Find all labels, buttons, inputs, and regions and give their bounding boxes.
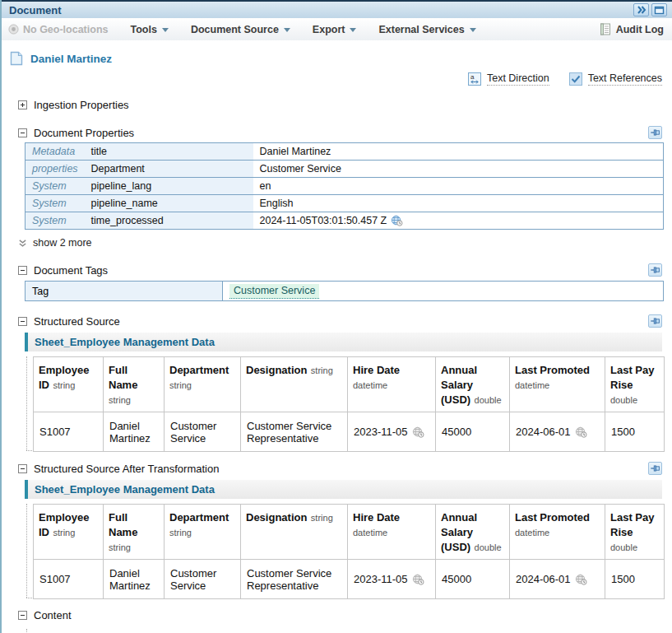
column-header: Hire Date datetime — [348, 505, 436, 560]
text-references-checkbox[interactable] — [569, 72, 582, 86]
property-value: Customer Service — [253, 161, 664, 178]
section-label: Structured Source — [34, 315, 120, 328]
section-label: Ingestion Properties — [34, 99, 129, 111]
menu-external-services[interactable]: External Services — [378, 24, 475, 35]
toolbar: No Geo-locations Tools Document Source E… — [2, 18, 672, 40]
menu-tools[interactable]: Tools — [130, 24, 168, 35]
property-key: title — [85, 143, 253, 161]
section-content: Content — [18, 609, 662, 621]
property-scope: properties — [25, 161, 85, 178]
maximize-panel-button[interactable] — [651, 3, 667, 16]
pin-section-button[interactable] — [648, 462, 662, 475]
collapse-icon[interactable] — [18, 128, 27, 137]
datetime-globe-icon — [575, 574, 587, 585]
pin-section-button[interactable] — [648, 126, 662, 139]
datetime-globe-icon — [412, 426, 424, 438]
column-header: Last Promoted datetime — [510, 357, 605, 412]
column-header: Department string — [165, 505, 241, 560]
column-header: Employee ID string — [34, 357, 104, 412]
sheet-cell: Customer Service — [165, 560, 241, 599]
sheet-table: Employee ID stringFull Name stringDepart… — [33, 504, 665, 599]
column-header: Hire Date datetime — [348, 357, 436, 412]
property-key: pipeline_name — [85, 195, 253, 212]
property-scope: Metadata — [25, 143, 85, 161]
pin-section-button[interactable] — [648, 314, 662, 328]
maximize-icon — [654, 6, 665, 15]
sheet-title: Sheet_Employee Management Data — [35, 483, 215, 496]
sheet-cell: 2024-06-01 — [510, 560, 605, 599]
audit-log-button[interactable]: Audit Log — [600, 23, 664, 35]
section-document-properties: Document Properties — [18, 126, 662, 139]
datetime-globe-icon — [575, 426, 587, 438]
geo-marker-icon — [8, 24, 19, 35]
column-header: Annual Salary (USD) double — [436, 357, 510, 412]
menu-export[interactable]: Export — [313, 24, 357, 35]
property-value: 2024-11-05T03:01:50.457 Z — [253, 212, 664, 230]
property-row: MetadatatitleDaniel Martinez — [25, 143, 664, 161]
sheet-title: Sheet_Employee Management Data — [35, 336, 215, 348]
text-direction-icon[interactable]: a — [468, 72, 481, 86]
double-chevron-down-icon — [18, 239, 27, 248]
collapse-icon[interactable] — [18, 611, 27, 620]
column-header: Department string — [165, 357, 241, 412]
chevron-down-icon — [162, 28, 169, 32]
sheet-cell: 45000 — [436, 560, 510, 599]
collapse-icon[interactable] — [18, 266, 27, 275]
expand-icon[interactable] — [18, 100, 27, 109]
tag-row: Tag Customer Service — [25, 282, 664, 301]
menu-document-source[interactable]: Document Source — [191, 24, 290, 35]
property-row: Systemtime_processed2024-11-05T03:01:50.… — [25, 212, 664, 230]
sheet-data-row: S1007Daniel MartinezCustomer ServiceCust… — [34, 412, 665, 452]
sheet-title-bar: Sheet_Employee Management Data — [25, 480, 662, 499]
double-chevron-right-icon — [637, 6, 647, 14]
section-label: Document Properties — [34, 127, 134, 139]
sheet-cell: Customer Service — [165, 412, 241, 452]
text-direction-toggle[interactable]: Text Direction — [487, 72, 549, 86]
section-label: Structured Source After Transformation — [34, 463, 219, 475]
column-header: Last Promoted datetime — [510, 505, 605, 560]
tag-chip[interactable]: Customer Service — [229, 284, 319, 299]
column-header: Full Name string — [104, 357, 165, 412]
document-icon — [10, 51, 23, 66]
datetime-globe-icon — [391, 215, 403, 226]
property-value: English — [253, 195, 664, 212]
property-scope: System — [25, 212, 85, 230]
sheet-header-row: Employee ID stringFull Name stringDepart… — [34, 505, 665, 560]
property-key: Department — [85, 161, 253, 178]
property-value: en — [253, 178, 664, 195]
sheet-header-row: Employee ID stringFull Name stringDepart… — [34, 357, 665, 412]
collapse-icon[interactable] — [18, 317, 27, 326]
section-structured-source: Structured Source — [18, 314, 662, 328]
property-scope: System — [25, 178, 85, 195]
sheet-cell: S1007 — [34, 560, 104, 599]
column-header: Last Pay Rise double — [605, 505, 665, 560]
section-ingestion-properties: Ingestion Properties — [18, 99, 662, 111]
sheet-cell: 1500 — [605, 412, 665, 452]
property-row: Systempipeline_nameEnglish — [25, 195, 664, 212]
pin-icon — [650, 463, 661, 474]
no-geo-locations-indicator: No Geo-locations — [8, 24, 108, 35]
sheet-title-bar: Sheet_Employee Management Data — [25, 333, 662, 351]
section-label: Content — [34, 609, 72, 621]
section-label: Document Tags — [34, 264, 108, 277]
sheet-cell: 45000 — [436, 412, 510, 452]
column-header: Full Name string — [104, 505, 165, 560]
sheet-cell: Customer Service Representative — [241, 412, 348, 452]
pin-icon — [650, 264, 661, 276]
svg-text:a: a — [470, 73, 475, 81]
collapse-panel-button[interactable] — [633, 3, 649, 16]
show-more-link[interactable]: show 2 more — [18, 237, 672, 249]
pin-icon — [650, 315, 661, 327]
text-references-toggle[interactable]: Text References — [588, 72, 662, 86]
section-document-tags: Document Tags — [18, 263, 662, 277]
pin-icon — [650, 127, 661, 138]
chevron-down-icon — [350, 28, 356, 32]
collapse-icon[interactable] — [18, 464, 27, 473]
tag-key: Tag — [25, 282, 223, 301]
sheet-cell: 2024-06-01 — [510, 412, 605, 452]
column-header: Designation string — [241, 505, 348, 560]
panel-titlebar: Document — [2, 0, 672, 18]
column-header: Last Pay Rise double — [605, 357, 665, 412]
pin-section-button[interactable] — [648, 263, 662, 277]
column-header: Annual Salary (USD) double — [436, 505, 510, 560]
